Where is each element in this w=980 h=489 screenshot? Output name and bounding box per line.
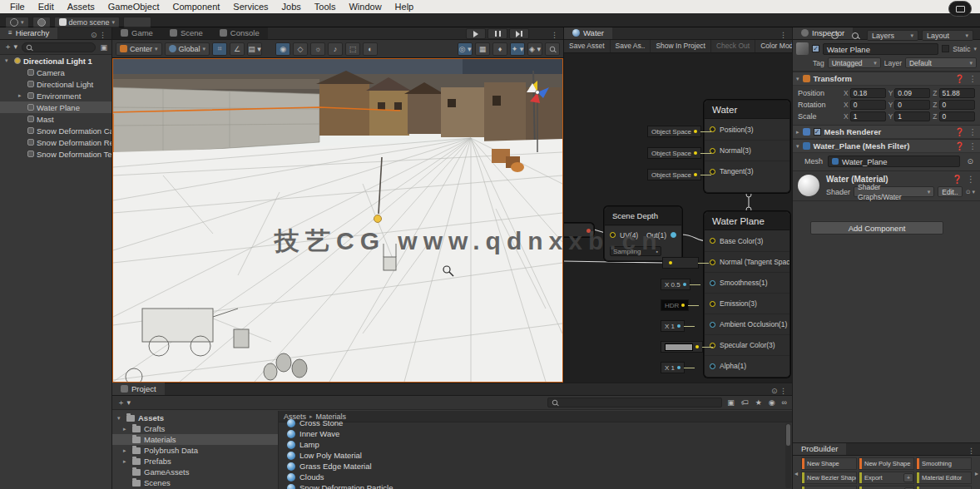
material-asset-row[interactable]: Clouds: [279, 472, 792, 482]
search-by-label-icon[interactable]: 🏷: [740, 398, 750, 407]
kebab-icon[interactable]: ⋮: [967, 175, 975, 184]
hierarchy-item[interactable]: Snow Deformation Test: [0, 148, 111, 160]
water-plane-fragment-node[interactable]: Water Plane Base Color(3) Normal (Tangen…: [704, 211, 790, 378]
scene-picker-dropdown[interactable]: demo scene ▾: [54, 17, 121, 27]
shader-graph-canvas[interactable]: Scene Depth UV(4) Out(1) Sampling▪ Water…: [564, 53, 793, 383]
help-icon[interactable]: ❓: [955, 141, 965, 151]
gizmos-dropdown-button[interactable]: ◈ ▾: [527, 42, 542, 56]
uv-port[interactable]: [610, 232, 616, 238]
tab-probuilder[interactable]: ProBuilder: [793, 442, 846, 455]
emission-port[interactable]: [710, 301, 715, 307]
orientation-dropdown[interactable]: Global▾: [165, 42, 210, 56]
graph-toolbar-button[interactable]: Check Out: [711, 40, 755, 52]
menu-item[interactable]: Component: [166, 0, 226, 13]
snap-settings-button[interactable]: ▤ ▾: [247, 42, 262, 56]
visibility-button[interactable]: ◐: [363, 42, 378, 56]
draw-mode-button[interactable]: ◉: [275, 42, 290, 56]
scene-viewport[interactable]: [113, 59, 562, 382]
graph-toolbar-button[interactable]: Save As..: [611, 40, 651, 52]
material-asset-row[interactable]: Grass Edge Material: [279, 461, 792, 472]
alpha-widget[interactable]: X 1: [661, 362, 685, 373]
effects-dropdown-button[interactable]: ⬚: [345, 42, 360, 56]
scale-z-field[interactable]: 0: [939, 111, 975, 121]
add-object-button[interactable]: ＋ ▾: [2, 42, 19, 52]
scene-view-tab[interactable]: Scene: [161, 27, 211, 39]
probuilder-action-button[interactable]: New Bezier Shape: [801, 472, 857, 484]
search-button[interactable]: [847, 30, 864, 41]
menu-item[interactable]: Services: [226, 0, 275, 13]
shader-edit-button[interactable]: Edit..: [938, 186, 962, 197]
hierarchy-item[interactable]: Mast: [0, 113, 111, 125]
probuilder-scroll-right[interactable]: ▸: [975, 470, 978, 477]
layers-dropdown[interactable]: Layers▾: [867, 30, 918, 41]
project-lock-icon[interactable]: ⊙ ⋮: [766, 387, 792, 395]
active-checkbox[interactable]: ✓: [812, 45, 819, 52]
tangent-port[interactable]: [710, 169, 715, 175]
scene-view-tab[interactable]: Game: [112, 27, 161, 39]
asset-list-scrollbar[interactable]: [785, 423, 791, 488]
probuilder-action-button[interactable]: Vertex Colors +: [859, 486, 914, 489]
tab-hierarchy[interactable]: ≡Hierarchy: [0, 27, 57, 39]
static-checkbox[interactable]: [942, 45, 949, 52]
alpha-port[interactable]: [710, 363, 715, 369]
probuilder-action-button[interactable]: Material Editor: [916, 472, 972, 484]
position-z-field[interactable]: 51.88: [939, 88, 975, 98]
graph-toolbar-button[interactable]: Save Asset: [564, 40, 611, 52]
sampling-dropdown[interactable]: Sampling▪: [610, 246, 661, 256]
scene-depth-node[interactable]: Scene Depth UV(4) Out(1) Sampling▪: [604, 206, 682, 261]
action-options-button[interactable]: +: [903, 473, 913, 482]
menu-item[interactable]: Jobs: [275, 0, 308, 13]
transform-component-header[interactable]: ▾ Transform ❓⋮: [793, 72, 980, 86]
hierarchy-item[interactable]: Snow Deformation Cam: [0, 125, 111, 136]
kebab-icon[interactable]: ⋮: [969, 141, 978, 151]
add-component-button[interactable]: Add Component: [810, 221, 943, 235]
hierarchy-item[interactable]: ▸ Environment: [0, 90, 111, 101]
rotation-x-field[interactable]: 0: [850, 100, 886, 110]
material-asset-row[interactable]: Lamp: [279, 439, 792, 450]
kebab-icon[interactable]: ⋮: [969, 127, 978, 136]
create-asset-button[interactable]: ＋ ▾: [116, 398, 132, 408]
hierarchy-item[interactable]: Camera: [0, 67, 111, 78]
kebab-icon[interactable]: ⋮: [969, 74, 978, 83]
hierarchy-lock-icon[interactable]: ⊙ ⋮: [86, 31, 111, 39]
probuilder-action-button[interactable]: Export +: [859, 472, 914, 484]
material-options-icon[interactable]: ⊙ ▾: [966, 189, 975, 195]
static-dropdown[interactable]: ▾: [973, 46, 977, 52]
menu-item[interactable]: Edit: [32, 0, 61, 13]
ao-widget[interactable]: X 1: [661, 320, 685, 332]
hidden-packages-icon[interactable]: ◉: [767, 398, 777, 407]
hierarchy-root-item[interactable]: ▾ Directional Light 1: [0, 55, 111, 67]
object-space-tag[interactable]: Object Space: [647, 147, 701, 159]
project-search-input[interactable]: [547, 398, 722, 408]
project-folder[interactable]: Materials: [112, 434, 278, 445]
hierarchy-item[interactable]: Water Plane: [0, 101, 111, 113]
probuilder-scroll-left[interactable]: ◂: [794, 470, 798, 477]
graph-toolbar-button[interactable]: Color Mode: [755, 40, 792, 52]
out-port[interactable]: [671, 232, 676, 238]
audio-toggle-button[interactable]: ♪: [328, 42, 343, 56]
scene-search-button[interactable]: [545, 42, 560, 56]
component-tools-button[interactable]: ▦: [475, 42, 490, 56]
probuilder-action-button[interactable]: New Poly Shape: [859, 457, 914, 470]
account-button[interactable]: [32, 17, 51, 27]
object-name-field[interactable]: Water Plane: [823, 43, 938, 55]
tab-shader-graph[interactable]: Water: [564, 27, 612, 39]
hierarchy-search-input[interactable]: [22, 42, 96, 52]
project-folder[interactable]: GameAssets: [112, 467, 278, 477]
save-search-icon[interactable]: ★: [754, 398, 764, 407]
base-color-port[interactable]: [710, 238, 715, 244]
object-space-tag[interactable]: Object Space: [647, 126, 701, 137]
cinemachine-button[interactable]: ♦: [492, 42, 507, 56]
mesh-renderer-header[interactable]: ▸ ✓ Mesh Renderer ❓⋮: [793, 125, 980, 139]
menu-item[interactable]: Assets: [61, 0, 101, 13]
graph-toolbar-button[interactable]: Show In Project: [651, 40, 711, 52]
probuilder-action-button[interactable]: UV Editor: [916, 486, 972, 489]
layout-dropdown[interactable]: Layout▾: [922, 30, 973, 41]
tag-dropdown[interactable]: Untagged▾: [828, 57, 881, 68]
snap-increment-button[interactable]: ∠: [230, 42, 245, 56]
asset-visibility-icon[interactable]: ∞: [780, 398, 789, 407]
specular-color-swatch[interactable]: [661, 341, 703, 353]
material-preview-sphere[interactable]: [798, 175, 819, 196]
mesh-object-field[interactable]: Water_Plane: [828, 156, 960, 167]
project-folder[interactable]: ▸ Crafts: [112, 423, 278, 434]
